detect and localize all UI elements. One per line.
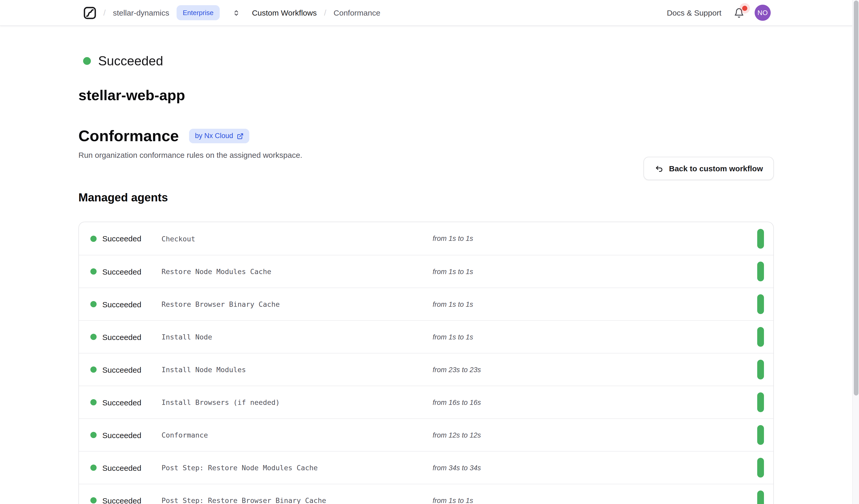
managed-agents-list: Succeeded Checkout from 1s to 1s Succeed… bbox=[78, 222, 774, 504]
run-status-label: Succeeded bbox=[98, 55, 163, 67]
agent-row[interactable]: Succeeded Install Node Modules from 23s … bbox=[79, 353, 773, 386]
agent-status: Succeeded bbox=[102, 463, 141, 472]
duration-bar bbox=[757, 360, 764, 379]
header-actions: Docs & Support NO bbox=[667, 5, 846, 21]
agent-row[interactable]: Succeeded Restore Browser Binary Cache f… bbox=[79, 288, 773, 320]
agent-duration: from 34s to 34s bbox=[433, 464, 757, 472]
agent-status: Succeeded bbox=[102, 398, 141, 407]
breadcrumb-page: Conformance bbox=[334, 8, 380, 17]
duration-bar bbox=[757, 490, 764, 504]
agent-step-name: Install Node Modules bbox=[162, 365, 433, 374]
breadcrumb-section[interactable]: Custom Workflows bbox=[252, 8, 317, 17]
docs-support-link[interactable]: Docs & Support bbox=[667, 8, 721, 17]
app-window: / stellar-dynamics Enterprise Custom Wor… bbox=[0, 0, 859, 504]
agent-row[interactable]: Succeeded Install Node from 1s to 1s bbox=[79, 320, 773, 353]
status-dot-icon bbox=[90, 235, 96, 242]
agent-step-name: Post Step: Restore Browser Binary Cache bbox=[162, 496, 433, 504]
arrow-back-icon bbox=[654, 164, 664, 173]
nx-cloud-logo-icon[interactable] bbox=[84, 6, 96, 19]
agent-step-name: Restore Browser Binary Cache bbox=[162, 300, 433, 308]
status-dot-icon bbox=[90, 366, 96, 373]
breadcrumb-separator: / bbox=[324, 8, 327, 17]
agent-row[interactable]: Succeeded Post Step: Restore Node Module… bbox=[79, 451, 773, 484]
agent-row[interactable]: Succeeded Checkout from 1s to 1s bbox=[79, 222, 773, 255]
status-dot-icon bbox=[90, 301, 96, 307]
agent-step-name: Post Step: Restore Node Modules Cache bbox=[162, 463, 433, 472]
agent-duration: from 1s to 1s bbox=[433, 268, 757, 275]
breadcrumb-org[interactable]: stellar-dynamics bbox=[113, 8, 169, 17]
agent-status: Succeeded bbox=[102, 234, 141, 243]
notifications-button[interactable] bbox=[734, 7, 744, 18]
vertical-scrollbar bbox=[852, 0, 859, 504]
status-dot-icon bbox=[83, 57, 91, 65]
org-plan-badge: Enterprise bbox=[177, 5, 220, 20]
agent-duration: from 16s to 16s bbox=[433, 398, 757, 406]
duration-bar bbox=[757, 294, 764, 314]
agent-duration: from 1s to 1s bbox=[433, 234, 757, 242]
agent-step-name: Checkout bbox=[162, 234, 433, 243]
agent-status: Succeeded bbox=[102, 267, 141, 276]
managed-agents-title: Managed agents bbox=[78, 191, 774, 204]
agent-status: Succeeded bbox=[102, 300, 141, 309]
duration-bar bbox=[757, 229, 764, 248]
by-nx-cloud-label: by Nx Cloud bbox=[195, 133, 233, 140]
duration-bar bbox=[757, 393, 764, 412]
notification-badge bbox=[742, 5, 747, 11]
back-to-custom-workflow-button[interactable]: Back to custom workflow bbox=[644, 157, 774, 180]
by-nx-cloud-badge[interactable]: by Nx Cloud bbox=[189, 129, 249, 143]
agent-status: Succeeded bbox=[102, 365, 141, 374]
agent-status: Succeeded bbox=[102, 333, 141, 341]
agent-status: Succeeded bbox=[102, 496, 141, 504]
top-navbar: / stellar-dynamics Enterprise Custom Wor… bbox=[0, 0, 859, 26]
duration-bar bbox=[757, 262, 764, 281]
main-content: Succeeded stellar-web-app Conformance by… bbox=[0, 26, 859, 504]
agent-row[interactable]: Succeeded Restore Node Modules Cache fro… bbox=[79, 255, 773, 288]
chevron-up-down-icon[interactable] bbox=[232, 9, 240, 17]
agent-row[interactable]: Succeeded Install Browsers (if needed) f… bbox=[79, 386, 773, 418]
scrollbar-thumb[interactable] bbox=[854, 1, 858, 396]
section-header: Conformance by Nx Cloud bbox=[78, 127, 774, 145]
agent-step-name: Conformance bbox=[162, 431, 433, 439]
back-button-label: Back to custom workflow bbox=[669, 164, 763, 173]
agent-duration: from 12s to 12s bbox=[433, 431, 757, 439]
agent-status: Succeeded bbox=[102, 430, 141, 439]
workspace-title: stellar-web-app bbox=[78, 87, 774, 104]
duration-bar bbox=[757, 458, 764, 477]
duration-bar bbox=[757, 425, 764, 445]
avatar[interactable]: NO bbox=[755, 5, 771, 21]
breadcrumb: / stellar-dynamics Enterprise Custom Wor… bbox=[84, 5, 380, 20]
agent-duration: from 1s to 1s bbox=[433, 333, 757, 341]
agent-duration: from 1s to 1s bbox=[433, 300, 757, 308]
status-dot-icon bbox=[90, 464, 96, 471]
duration-bar bbox=[757, 327, 764, 347]
agent-row[interactable]: Succeeded Post Step: Restore Browser Bin… bbox=[79, 484, 773, 504]
page-title: Conformance bbox=[78, 127, 179, 145]
run-status: Succeeded bbox=[78, 26, 774, 67]
agent-step-name: Install Browsers (if needed) bbox=[162, 398, 433, 407]
status-dot-icon bbox=[90, 268, 96, 275]
status-dot-icon bbox=[90, 432, 96, 438]
agent-step-name: Install Node bbox=[162, 333, 433, 341]
agent-row[interactable]: Succeeded Conformance from 12s to 12s bbox=[79, 418, 773, 451]
agent-step-name: Restore Node Modules Cache bbox=[162, 267, 433, 276]
agent-duration: from 23s to 23s bbox=[433, 366, 757, 373]
status-dot-icon bbox=[90, 399, 96, 406]
agent-duration: from 1s to 1s bbox=[433, 497, 757, 504]
external-link-icon bbox=[237, 133, 244, 139]
status-dot-icon bbox=[90, 334, 96, 340]
status-dot-icon bbox=[90, 497, 96, 503]
breadcrumb-separator: / bbox=[103, 8, 106, 17]
